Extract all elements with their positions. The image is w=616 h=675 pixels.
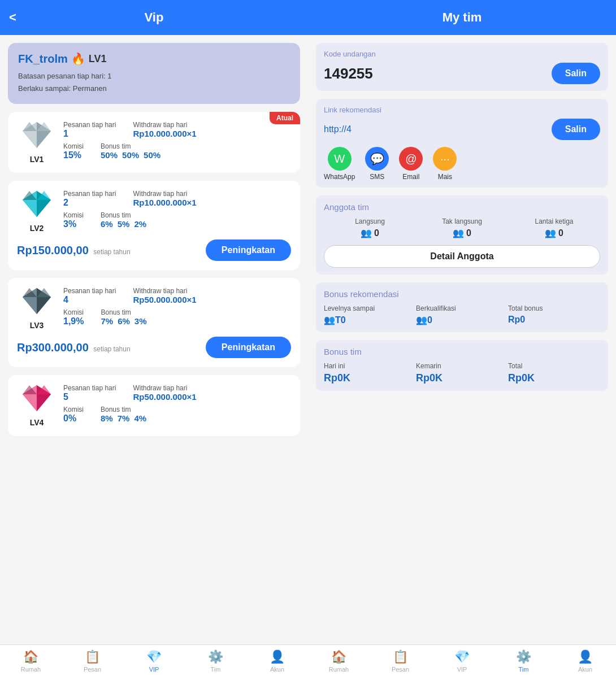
left-panel: < Vip FK_trolm 🔥 LV1 Batasan pesanan tia… [0, 0, 308, 675]
person-icon-2: 👥 [545, 228, 556, 238]
vip-row-2: Komisi 1,9% Bonus tim 7%6%3% [63, 308, 291, 326]
vip-cards-container: Atual LV1 Pesanan tiap hari 1 Withdraw t… [8, 112, 300, 436]
komisi-label: Komisi [63, 142, 84, 150]
nav-label-akun: Akun [270, 666, 284, 673]
left-nav-item-tim[interactable]: ⚙️ Tim [185, 650, 246, 673]
diamond-area: LV4 [17, 384, 57, 427]
bonus-tim-val-2: Rp0K [508, 372, 600, 384]
code-row: 149255 Salin [324, 63, 600, 84]
user-emoji: 🔥 [71, 52, 85, 66]
left-nav-item-rumah[interactable]: 🏠 Rumah [0, 650, 62, 673]
right-nav-label-rumah: Rumah [329, 666, 349, 673]
right-nav-item-rumah[interactable]: 🏠 Rumah [308, 650, 370, 673]
nav-label-tim: Tim [211, 666, 221, 673]
withdraw-label: Withdraw tiap hari [133, 121, 196, 129]
right-nav-label-akun: Akun [578, 666, 592, 673]
share-label-whatsapp: WhatsApp [324, 173, 355, 181]
withdraw-label: Withdraw tiap hari [133, 287, 196, 295]
anggota-col-2: Lantai ketiga 👥0 [508, 217, 600, 238]
share-circle-whatsapp: W [328, 147, 352, 171]
share-sms[interactable]: 💬 SMS [365, 147, 389, 181]
detail-anggota-button[interactable]: Detail Anggota [324, 245, 600, 268]
share-email[interactable]: @ Email [399, 147, 423, 181]
anggota-col-label-2: Lantai ketiga [508, 217, 600, 225]
right-nav-icon-vip: 💎 [454, 650, 470, 664]
bonus-val: 50% [144, 150, 160, 160]
withdraw-col: Withdraw tiap hari Rp50.000.000×1 [133, 287, 196, 305]
right-nav-label-pesan: Pesan [392, 666, 409, 673]
bonus-val: 50% [122, 150, 139, 160]
left-nav-item-akun[interactable]: 👤 Akun [246, 650, 308, 673]
komisi-col: Komisi 0% [63, 406, 84, 424]
left-nav-item-pesan[interactable]: 📋 Pesan [62, 650, 123, 673]
pesanan-label: Pesanan tiap hari [63, 121, 116, 129]
vip-card-lv1: Atual LV1 Pesanan tiap hari 1 Withdraw t… [8, 112, 300, 173]
vip-card-lv4: LV4 Pesanan tiap hari 5 Withdraw tiap ha… [8, 375, 300, 436]
upgrade-button-lv3[interactable]: Peningkatan [206, 337, 291, 358]
diamond-icon-lv2 [21, 190, 52, 220]
link-rekomendasi-label: Link rekomendasi [324, 106, 600, 114]
withdraw-val: Rp10.000.000×1 [133, 198, 196, 207]
back-button[interactable]: < [9, 10, 16, 25]
share-circle-sms: 💬 [365, 147, 389, 171]
pesanan-label: Pesanan tiap hari [63, 190, 116, 198]
bonus-val: 2% [134, 219, 146, 229]
person-icon-1: 👥 [453, 228, 464, 238]
bonus-tim-col-2: Total Rp0K [508, 362, 600, 384]
komisi-label: Komisi [63, 406, 84, 413]
bonus-rekom-col-2: Total bonus Rp0 [508, 304, 600, 325]
komisi-label: Komisi [63, 211, 84, 219]
price-text: Rp150.000,00 setiap tahun [17, 244, 131, 257]
lv-label: LV1 [30, 155, 44, 164]
komisi-val: 15% [63, 150, 84, 160]
vip-card-inner: LV1 Pesanan tiap hari 1 Withdraw tiap ha… [17, 121, 291, 164]
vip-details: Pesanan tiap hari 4 Withdraw tiap hari R… [63, 287, 291, 330]
bonus-rekom-val-0: 👥T0 [324, 315, 416, 325]
share-whatsapp[interactable]: W WhatsApp [324, 147, 355, 181]
salin-link-button[interactable]: Salin [552, 119, 600, 140]
anggota-col-label-1: Tak langsung [416, 217, 508, 225]
vip-details: Pesanan tiap hari 2 Withdraw tiap hari R… [63, 190, 291, 233]
right-nav-item-akun[interactable]: 👤 Akun [554, 650, 616, 673]
left-title: Vip [145, 10, 164, 25]
user-info: Batasan pesanan tiap hari: 1 Berlaku sam… [18, 70, 290, 95]
bonus-rekom-col-1: Berkualifikasi 👥0 [416, 304, 508, 325]
left-header: < Vip [0, 0, 308, 35]
nav-icon-akun: 👤 [270, 650, 285, 664]
upgrade-button-lv2[interactable]: Peningkatan [206, 239, 291, 261]
bonus-rekomendasi-cols: Levelnya sampai 👥T0 Berkualifikasi 👥0 To… [324, 304, 600, 325]
komisi-label: Komisi [63, 308, 84, 316]
vip-row-1: Pesanan tiap hari 4 Withdraw tiap hari R… [63, 287, 291, 305]
share-label-email: Email [402, 173, 419, 181]
right-nav-icon-tim: ⚙️ [516, 650, 531, 664]
username: FK_trolm [18, 53, 68, 66]
right-nav-item-pesan[interactable]: 📋 Pesan [370, 650, 431, 673]
bonus-tim-val-1: Rp0K [416, 372, 508, 384]
share-circle-email: @ [399, 147, 423, 171]
bonus-tim-col-1: Kemarin Rp0K [416, 362, 508, 384]
pesanan-label: Pesanan tiap hari [63, 384, 116, 392]
anggota-col-1: Tak langsung 👥0 [416, 217, 508, 238]
bonus-col: Bonus tim 7%6%3% [101, 308, 146, 326]
right-nav-icon-akun: 👤 [578, 650, 593, 664]
vip-row-2: Komisi 15% Bonus tim 50%50%50% [63, 142, 291, 160]
pesanan-label: Pesanan tiap hari [63, 287, 116, 295]
anggota-col-val-1: 👥0 [416, 228, 508, 238]
withdraw-label: Withdraw tiap hari [133, 384, 196, 392]
right-nav-item-tim[interactable]: ⚙️ Tim [493, 650, 554, 673]
bonus-tim-val-0: Rp0K [324, 372, 416, 384]
nav-label-pesan: Pesan [84, 666, 101, 673]
vip-details: Pesanan tiap hari 1 Withdraw tiap hari R… [63, 121, 291, 164]
vip-row-1: Pesanan tiap hari 2 Withdraw tiap hari R… [63, 190, 291, 208]
left-nav-item-vip[interactable]: 💎 VIP [123, 650, 185, 673]
diamond-area: LV1 [17, 121, 57, 164]
withdraw-val: Rp50.000.000×1 [133, 295, 196, 304]
salin-code-button[interactable]: Salin [552, 63, 600, 84]
bonus-rekom-col-0: Levelnya sampai 👥T0 [324, 304, 416, 325]
left-bottom-nav: 🏠 Rumah 📋 Pesan 💎 VIP ⚙️ Tim 👤 Akun [0, 644, 308, 675]
bonus-tim-label-0: Hari ini [324, 362, 416, 370]
right-nav-item-vip[interactable]: 💎 VIP [431, 650, 493, 673]
share-mais[interactable]: ··· Mais [433, 147, 457, 181]
vip-card-inner: LV2 Pesanan tiap hari 2 Withdraw tiap ha… [17, 190, 291, 233]
bonus-tim-label-1: Kemarin [416, 362, 508, 370]
